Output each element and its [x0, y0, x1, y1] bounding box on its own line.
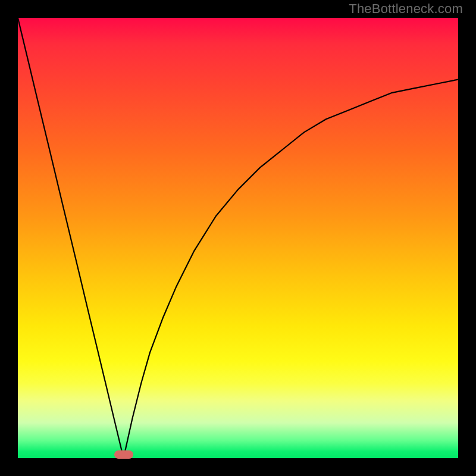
optimal-marker — [114, 450, 133, 459]
bottleneck-curve — [18, 18, 458, 458]
watermark-text: TheBottleneck.com — [349, 1, 463, 17]
curve-path — [18, 18, 458, 458]
plot-area — [18, 18, 458, 458]
chart-container: TheBottleneck.com — [0, 0, 476, 476]
